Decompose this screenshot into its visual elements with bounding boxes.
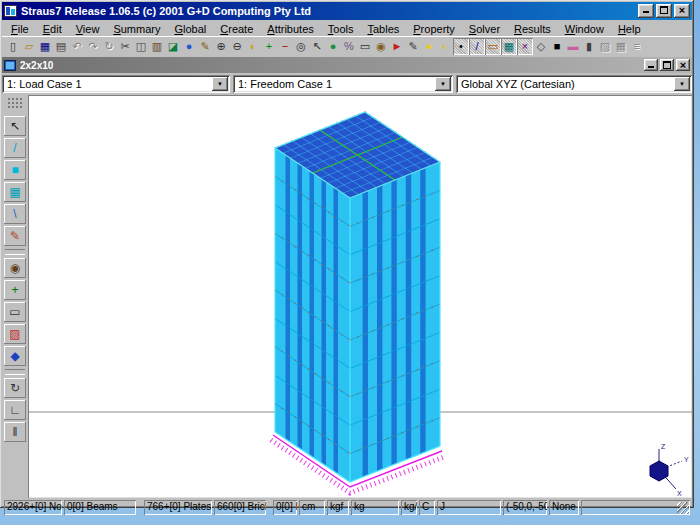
online-sphere-icon[interactable]: ● <box>181 38 197 55</box>
menu-item-attributes[interactable]: Attributes <box>260 22 320 36</box>
section-tool-icon[interactable]: ‖ <box>4 422 26 442</box>
scale-down-icon[interactable]: − <box>277 38 293 55</box>
redraw-icon[interactable]: ► <box>389 38 405 55</box>
results-file-icon[interactable]: ▬ <box>565 38 581 55</box>
model-minimize-button[interactable] <box>644 59 658 71</box>
menu-item-summary[interactable]: Summary <box>106 22 167 36</box>
chevron-down-icon[interactable]: ▼ <box>435 77 451 91</box>
menu-item-tables[interactable]: Tables <box>360 22 406 36</box>
print-icon[interactable]: ▤ <box>53 38 69 55</box>
menu-item-view[interactable]: View <box>69 22 107 36</box>
select-region-icon[interactable]: ◇ <box>533 38 549 55</box>
menu-item-property[interactable]: Property <box>406 22 462 36</box>
menu-item-tools[interactable]: Tools <box>321 22 361 36</box>
model-close-button[interactable]: × <box>676 59 690 71</box>
marquee-tool-icon[interactable]: ▭ <box>4 302 26 322</box>
corner-tool-icon[interactable]: ∟ <box>4 400 26 420</box>
chevron-down-icon[interactable]: ▼ <box>212 77 228 91</box>
toolbar-grip[interactable] <box>7 97 23 109</box>
building-model <box>271 112 444 493</box>
contour-icon[interactable]: ■ <box>549 38 565 55</box>
zoom-in-icon[interactable]: ⊕ <box>213 38 229 55</box>
toggle-preview-icon[interactable]: ◪ <box>165 38 181 55</box>
maximize-icon <box>660 6 668 14</box>
redo-icon[interactable]: ↷ <box>85 38 101 55</box>
view-eye-icon[interactable]: ◉ <box>373 38 389 55</box>
right-face <box>350 162 440 482</box>
load-case-value: 1: Load Case 1 <box>2 78 212 90</box>
wireframe-icon[interactable]: ▨ <box>597 38 613 55</box>
model-canvas[interactable]: Z Y X <box>29 96 693 497</box>
scale-up-icon[interactable]: + <box>261 38 277 55</box>
chevron-down-icon[interactable]: ▼ <box>674 77 690 91</box>
cut-icon[interactable]: ✂ <box>117 38 133 55</box>
model-viewport[interactable]: Z Y X <box>28 95 692 498</box>
dynamic-view-icon[interactable]: ◐ <box>245 38 261 55</box>
freedom-case-select[interactable]: 1: Freedom Case 1 ▼ <box>233 75 453 93</box>
plate-tool-icon[interactable]: ■ <box>4 160 26 180</box>
menu-item-edit[interactable]: Edit <box>36 22 69 36</box>
select-beam-icon[interactable]: / <box>469 38 485 55</box>
animation-icon[interactable]: ▮ <box>581 38 597 55</box>
close-button[interactable]: × <box>674 4 690 18</box>
select-link-icon[interactable]: × <box>517 38 533 55</box>
copy-icon[interactable]: ◫ <box>133 38 149 55</box>
undo-icon[interactable]: ↶ <box>69 38 85 55</box>
erase-tool-icon[interactable]: ▨ <box>4 324 26 344</box>
edit-pencil-icon[interactable]: ✎ <box>405 38 421 55</box>
select-brick-icon[interactable]: ▦ <box>501 38 517 55</box>
menu-item-solver[interactable]: Solver <box>462 22 507 36</box>
axis-triad: Z Y X <box>650 443 689 497</box>
model-window-title-bar[interactable]: 2x2x10 × <box>2 57 692 73</box>
node-tool-icon[interactable]: ◆ <box>4 346 26 366</box>
main-toolbar: ▯ ▱ ▦ ▤ ↶ ↷ <box>2 36 692 55</box>
title-bar[interactable]: Straus7 Release 1.06.5 (c) 2001 G+D Comp… <box>2 2 692 20</box>
add-tool-icon[interactable]: + <box>4 280 26 300</box>
model-window-client: ↖ / ■ ▦ \ <box>2 95 692 498</box>
resize-grip[interactable] <box>677 502 689 514</box>
multiview-icon[interactable]: ≡ <box>629 38 645 55</box>
unit-energy: J <box>437 500 501 515</box>
solid-view-icon[interactable]: ▦ <box>613 38 629 55</box>
select-node-icon[interactable]: • <box>453 38 469 55</box>
minimize-button[interactable] <box>638 4 654 18</box>
light-on-icon[interactable]: ● <box>421 38 437 55</box>
menu-item-global[interactable]: Global <box>167 22 213 36</box>
zoom-out-icon[interactable]: ⊖ <box>229 38 245 55</box>
menu-item-create[interactable]: Create <box>213 22 260 36</box>
rotate-tool-icon[interactable]: ↻ <box>4 378 26 398</box>
bricks-count: 660[0] Bricks <box>214 500 266 515</box>
pointer-icon[interactable]: ↖ <box>309 38 325 55</box>
brick-tool-icon[interactable]: ▦ <box>4 182 26 202</box>
freedom-case-value: 1: Freedom Case 1 <box>233 78 435 90</box>
pointer-tool-icon[interactable]: ↖ <box>4 116 26 136</box>
repeat-icon[interactable]: ↻ <box>101 38 117 55</box>
menu-item-window[interactable]: Window <box>558 22 611 36</box>
draw-pencil-icon[interactable]: ✎ <box>197 38 213 55</box>
load-tool-icon[interactable]: ✎ <box>4 226 26 246</box>
menu-item-results[interactable]: Results <box>507 22 558 36</box>
menu-item-file[interactable]: File <box>4 22 36 36</box>
desktop: { "window": { "title": "Straus7 Release … <box>0 0 700 525</box>
paste-icon[interactable]: ▥ <box>149 38 165 55</box>
menu-item-help[interactable]: Help <box>611 22 648 36</box>
select-plate-icon[interactable]: ▭ <box>485 38 501 55</box>
load-case-select[interactable]: 1: Load Case 1 ▼ <box>2 75 230 93</box>
beam-tool-icon[interactable]: / <box>4 138 26 158</box>
light-half-icon[interactable]: ◐ <box>437 38 453 55</box>
link-tool-icon[interactable]: \ <box>4 204 26 224</box>
coord-system-select[interactable]: Global XYZ (Cartesian) ▼ <box>456 75 692 93</box>
save-file-icon[interactable]: ▦ <box>37 38 53 55</box>
window-title: Straus7 Release 1.06.5 (c) 2001 G+D Comp… <box>21 5 638 17</box>
plates-count: 766+[0] Plates <box>144 500 212 515</box>
model-restore-button[interactable] <box>660 59 674 71</box>
open-file-icon[interactable]: ▱ <box>21 38 37 55</box>
unit-force: kgf <box>327 500 349 515</box>
zoom-all-icon[interactable]: ◎ <box>293 38 309 55</box>
maximize-button[interactable] <box>656 4 672 18</box>
entity-percent-icon[interactable]: % <box>341 38 357 55</box>
hide-tool-icon[interactable]: ◉ <box>4 258 26 278</box>
new-file-icon[interactable]: ▯ <box>5 38 21 55</box>
globe-icon[interactable]: ● <box>325 38 341 55</box>
resize-view-icon[interactable]: ▭ <box>357 38 373 55</box>
